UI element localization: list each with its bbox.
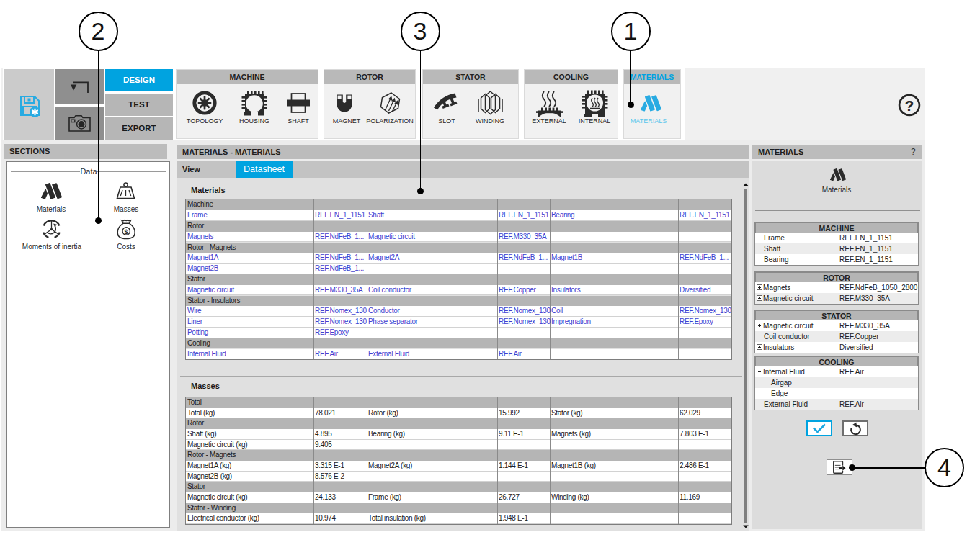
svg-text:$: $ [125, 228, 129, 235]
svg-text:?: ? [905, 97, 914, 114]
